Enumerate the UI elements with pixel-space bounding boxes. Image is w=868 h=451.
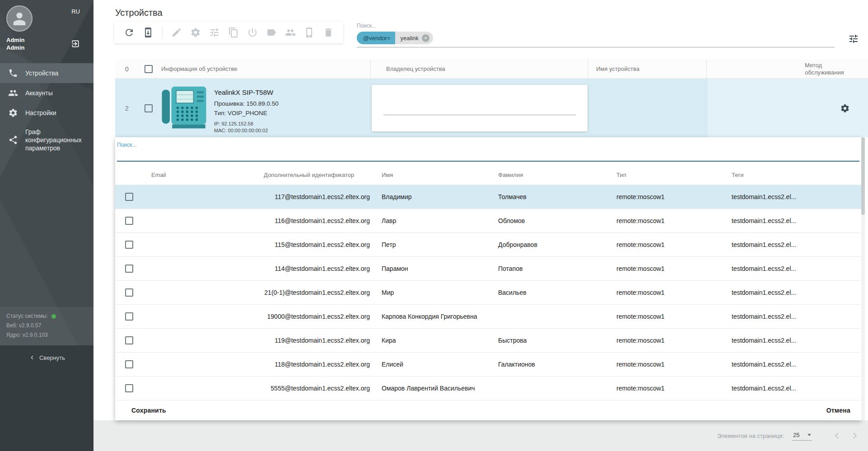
account-row[interactable]: 118@testdomain1.ecss2.eltex.org Елисей Г… bbox=[115, 353, 861, 377]
account-first-name: Кира bbox=[378, 337, 495, 344]
account-last-name: Галактионов bbox=[495, 361, 613, 368]
power-icon[interactable] bbox=[247, 27, 258, 38]
device-name-cell bbox=[588, 79, 707, 138]
account-identifier: 119@testdomain1.ecss2.eltex.org bbox=[263, 337, 378, 344]
account-tags: testdomain1.ecss2.el... bbox=[728, 385, 861, 392]
tune-icon[interactable] bbox=[209, 27, 220, 38]
row-checkbox[interactable] bbox=[125, 336, 133, 344]
row-checkbox[interactable] bbox=[125, 241, 133, 249]
account-tags: testdomain1.ecss2.el... bbox=[728, 337, 861, 344]
account-identifier: 116@testdomain1.ecss2.eltex.org bbox=[263, 217, 378, 224]
toolbar-divider bbox=[162, 27, 163, 38]
row-checkbox[interactable] bbox=[125, 193, 133, 201]
items-per-page-label: Элементов на странице: bbox=[717, 432, 784, 439]
chip-value: yealink bbox=[401, 35, 419, 42]
select-all-checkbox[interactable] bbox=[145, 65, 153, 73]
collapse-button[interactable]: Свернуть bbox=[0, 350, 93, 365]
row-checkbox[interactable] bbox=[125, 217, 133, 225]
row-checkbox[interactable] bbox=[125, 312, 133, 321]
account-type: remote:moscow1 bbox=[613, 385, 728, 392]
page-size-select[interactable]: 25 bbox=[792, 431, 812, 441]
row-checkbox[interactable] bbox=[125, 360, 133, 368]
picker-search-field: Поиск... bbox=[115, 137, 861, 162]
advanced-filter-icon[interactable] bbox=[848, 33, 859, 44]
account-row[interactable]: 21(0-1)@testdomain1.ecss2.eltex.org Мир … bbox=[115, 281, 861, 305]
people-icon bbox=[8, 88, 18, 98]
filter-chip[interactable]: @vendor= yealink × bbox=[357, 32, 433, 44]
account-identifier: 117@testdomain1.ecss2.eltex.org bbox=[263, 193, 378, 200]
device-mac: MAC: 00:00:00:00:00:02 bbox=[214, 128, 279, 133]
sidebar: RU Admin Admin Устройства bbox=[0, 0, 93, 451]
account-row[interactable]: 115@testdomain1.ecss2.eltex.org Петр Доб… bbox=[115, 233, 861, 257]
refresh-icon[interactable] bbox=[124, 27, 135, 38]
device-row-index: 2 bbox=[115, 105, 139, 112]
sidebar-item-label: Граф конфигурационных параметров bbox=[25, 128, 89, 152]
device-ip: IP: 92.125.152.58 bbox=[214, 121, 279, 126]
account-row[interactable]: 19000@testdomain1.ecss2.eltex.org Карпов… bbox=[115, 305, 861, 329]
row-checkbox[interactable] bbox=[125, 384, 133, 392]
provision-device-icon[interactable] bbox=[143, 27, 154, 38]
system-status-label: Статус системы: bbox=[6, 312, 48, 321]
language-selector[interactable]: RU bbox=[71, 8, 80, 15]
device-search-input[interactable] bbox=[438, 34, 835, 42]
account-type: remote:moscow1 bbox=[613, 337, 728, 344]
web-version: Веб: v2.9.0.57 bbox=[6, 321, 87, 330]
device-info-cell: YealinkX SIP-T58W Прошивка: 150.89.0.50 … bbox=[159, 79, 371, 138]
sidebar-item-label: Аккаунты bbox=[25, 89, 53, 97]
sidebar-item-config-graph[interactable]: Граф конфигурационных параметров bbox=[0, 123, 93, 157]
save-button[interactable]: Сохранить bbox=[131, 407, 166, 414]
account-tags: testdomain1.ecss2.el... bbox=[728, 361, 861, 368]
user-name-line2: Admin bbox=[6, 44, 24, 51]
row-checkbox[interactable] bbox=[125, 288, 133, 297]
settings-icon[interactable] bbox=[190, 27, 201, 38]
vertical-scrollbar[interactable] bbox=[861, 137, 865, 420]
column-type: Тип bbox=[613, 172, 728, 178]
copy-icon[interactable] bbox=[228, 27, 239, 38]
account-last-name: Добронравов bbox=[495, 241, 613, 248]
picker-search-input[interactable] bbox=[117, 149, 859, 161]
account-identifier: 114@testdomain1.ecss2.eltex.org bbox=[263, 265, 378, 272]
device-table: 0 Информация об устройстве Владелец устр… bbox=[115, 60, 868, 137]
tag-icon[interactable] bbox=[266, 27, 277, 38]
account-type: remote:moscow1 bbox=[613, 241, 728, 248]
tablet-icon[interactable] bbox=[304, 27, 315, 38]
cancel-button[interactable]: Отмена bbox=[826, 407, 850, 414]
voip-phone-image bbox=[160, 83, 208, 132]
device-table-header: 0 Информация об устройстве Владелец устр… bbox=[115, 60, 868, 79]
chevron-left-icon bbox=[28, 354, 36, 361]
row-settings-icon[interactable] bbox=[840, 103, 850, 113]
row-checkbox[interactable] bbox=[125, 265, 133, 273]
group-icon[interactable] bbox=[285, 27, 296, 38]
account-row[interactable]: 116@testdomain1.ecss2.eltex.org Лавр Обл… bbox=[115, 209, 861, 233]
column-email: Email bbox=[143, 172, 263, 178]
account-identifier: 21(0-1)@testdomain1.ecss2.eltex.org bbox=[263, 289, 378, 296]
device-row-checkbox[interactable] bbox=[145, 104, 153, 112]
account-row[interactable]: 117@testdomain1.ecss2.eltex.org Владимир… bbox=[115, 185, 861, 209]
owner-input[interactable] bbox=[383, 102, 576, 115]
share-icon bbox=[8, 135, 18, 145]
account-first-name: Парамон bbox=[378, 265, 495, 272]
sidebar-item-label: Настройки bbox=[25, 109, 56, 117]
next-page-icon[interactable] bbox=[849, 430, 861, 442]
device-row[interactable]: 2 bbox=[115, 79, 868, 137]
account-row[interactable]: 5555@testdomain1.ecss2.eltex.org Омаров … bbox=[115, 377, 861, 400]
edit-icon[interactable] bbox=[171, 27, 182, 38]
delete-icon[interactable] bbox=[323, 27, 334, 38]
chip-remove-icon[interactable]: × bbox=[422, 34, 429, 42]
previous-page-icon[interactable] bbox=[831, 430, 843, 442]
device-filter-field: Поиск... @vendor= yealink × bbox=[357, 22, 835, 47]
account-first-name: Омаров Лаврентий Васильевич bbox=[378, 385, 495, 392]
account-first-name: Елисей bbox=[378, 361, 495, 368]
service-method-cell bbox=[707, 79, 868, 138]
sidebar-item-settings[interactable]: Настройки bbox=[0, 103, 93, 123]
owner-picker-panel: Поиск... Email Дополнительный идентифика… bbox=[115, 137, 861, 420]
sidebar-item-accounts[interactable]: Аккаунты bbox=[0, 83, 93, 103]
account-type: remote:moscow1 bbox=[613, 289, 728, 296]
sidebar-item-devices[interactable]: Устройства bbox=[0, 63, 93, 83]
sidebar-bottom: Свернуть bbox=[0, 345, 93, 451]
scrollbar-thumb[interactable] bbox=[861, 137, 865, 215]
account-row[interactable]: 119@testdomain1.ecss2.eltex.org Кира Быс… bbox=[115, 329, 861, 353]
account-row[interactable]: 114@testdomain1.ecss2.eltex.org Парамон … bbox=[115, 257, 861, 281]
account-type: remote:moscow1 bbox=[613, 361, 728, 368]
logout-icon[interactable] bbox=[71, 39, 80, 48]
